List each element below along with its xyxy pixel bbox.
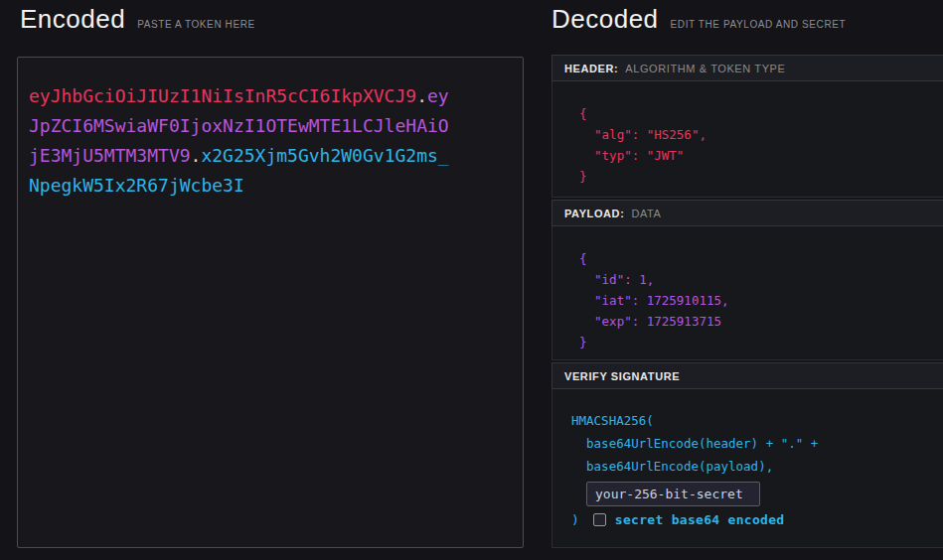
secret-base64-row: ) secret base64 encoded [571,512,943,527]
jwt-token-text: eyJhbGciOiJIUzI1NiIsInR5cCI6IkpXVCJ9.eyJ… [29,81,456,201]
header-json-line: { [579,103,943,124]
header-json-editor[interactable]: { "alg": "HS256", "typ": "JWT" } [551,81,943,198]
encoded-subtitle: PASTE A TOKEN HERE [137,19,255,30]
header-json-line: "typ": "JWT" [579,145,943,166]
payload-json-line: "id": 1, [579,269,943,290]
secret-base64-label[interactable]: secret base64 encoded [615,512,785,527]
hmac-close-paren: ) [571,512,579,527]
payload-section-sublabel: DATA [631,208,661,219]
decoded-header: Decoded EDIT THE PAYLOAD AND SECRET [551,2,846,36]
hmac-code-line: base64UrlEncode(header) + "." + [571,432,943,455]
verify-signature-bar: VERIFY SIGNATURE [551,362,943,389]
token-separator-2: . [191,145,202,166]
secret-input[interactable] [586,482,760,506]
secret-base64-checkbox[interactable] [593,513,606,526]
payload-section-bar: PAYLOAD: DATA [551,200,943,226]
verify-signature-label: VERIFY SIGNATURE [564,370,680,382]
decoded-subtitle: EDIT THE PAYLOAD AND SECRET [671,19,847,30]
hmac-code-line: HMACSHA256( [571,409,943,432]
header-section-sublabel: ALGORITHM & TOKEN TYPE [625,63,785,74]
decoded-panel: HEADER: ALGORITHM & TOKEN TYPE { "alg": … [551,55,943,550]
token-header-segment: eyJhbGciOiJIUzI1NiIsInR5cCI6IkpXVCJ9 [29,85,416,106]
header-section-bar: HEADER: ALGORITHM & TOKEN TYPE [551,55,943,81]
header-section-label: HEADER: [564,63,618,74]
encoded-header: Encoded PASTE A TOKEN HERE [20,2,255,36]
payload-json-line: { [579,248,943,269]
encoded-title: Encoded [20,2,125,36]
decoded-title: Decoded [551,2,659,36]
header-json-line: "alg": "HS256", [579,124,943,145]
payload-section: PAYLOAD: DATA { "id": 1, "iat": 17259101… [551,200,943,360]
header-section: HEADER: ALGORITHM & TOKEN TYPE { "alg": … [551,55,943,198]
token-input[interactable]: eyJhbGciOiJIUzI1NiIsInR5cCI6IkpXVCJ9.eyJ… [17,57,524,548]
payload-json-line: } [579,332,943,352]
verify-signature-section: VERIFY SIGNATURE HMACSHA256( base64UrlEn… [551,362,943,548]
token-separator-1: . [416,85,427,106]
payload-section-label: PAYLOAD: [564,208,624,219]
hmac-code-line: base64UrlEncode(payload), [571,455,943,478]
header-json-line: } [579,166,943,187]
payload-json-line: "exp": 1725913715 [579,311,943,332]
payload-json-editor[interactable]: { "id": 1, "iat": 1725910115, "exp": 172… [551,226,943,360]
verify-signature-body: HMACSHA256( base64UrlEncode(header) + ".… [551,389,943,548]
payload-json-line: "iat": 1725910115, [579,290,943,311]
